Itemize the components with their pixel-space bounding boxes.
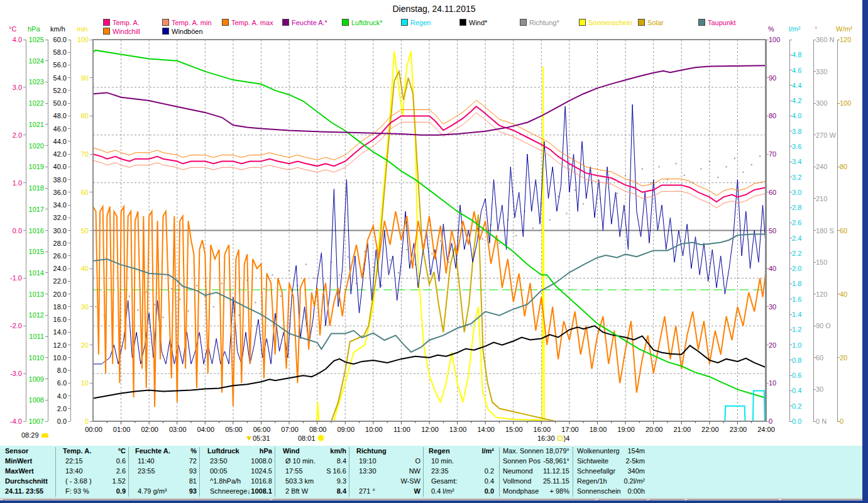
pct-axis-unit: % [768,25,774,33]
table-cell-value: 1008.1 [228,487,272,495]
kmh-tick [68,103,70,104]
table-cell-value: 1008.0 [228,457,272,465]
x-axis-label: 05:00 [223,426,244,433]
legend-item-temp-a-min: Temp. A. min [162,19,212,25]
down-arrow-icon [246,436,251,441]
legend-item-windchill: Windchill [103,28,140,34]
legend-color-box [401,19,408,26]
lm2-axis-label: 4.0 [792,113,801,119]
hPa-tick [45,272,48,273]
table-cell-value: 0.9 [82,487,126,495]
legend-item-taupunkt: Taupunkt [698,19,736,25]
hPa-tick [45,209,48,209]
legend-color-box [638,19,645,26]
table-cell-time: 22:15 [65,457,83,465]
x-axis-label: 22:00 [700,426,721,433]
wm2-axis-label: 120 [840,36,851,43]
x-axis-label: 12:00 [419,426,441,433]
legend-item-label: Temp. A. max [231,19,273,26]
table-column-separator [128,447,129,497]
kmh-tick [68,395,70,396]
sunset-time: 16:30 [537,434,555,442]
min-tick [90,421,92,422]
table-column-separator [499,447,500,497]
extra-value: 0.2l/m² [603,477,645,485]
min-axis-line [92,40,93,421]
lm2-axis-label: 0.6 [792,372,801,379]
hPa-axis-label: 1022 [23,100,44,107]
legend-color-box [698,19,705,26]
kmh-axis-label: 22.0 [45,278,67,285]
hPa-axis-label: 1012 [23,312,44,319]
lm2-axis-label: 1.6 [792,296,801,303]
kmh-axis-label: 32.0 [45,214,67,221]
table-column-separator [55,447,56,497]
sunrise-time: 08:01 [298,434,316,442]
table-cell-time: 13:40 [65,467,83,475]
min-tick [90,154,92,155]
kmh-tick [68,294,70,294]
table-cell-value: NW [376,467,420,475]
kmh-axis-label: 44.0 [45,138,67,145]
hPa-tick [45,336,48,337]
legend-item-wind-: Wind* [459,19,487,25]
min-tick [90,383,92,384]
deg-axis-label: 0 N [816,418,827,425]
legend-color-box [282,19,289,26]
legend-item-label: Richtung* [529,19,559,26]
legend-color-box [162,19,169,26]
legend-color-box [459,19,466,26]
wm2-axis-label: 20 [840,355,847,362]
hPa-axis-label: 1023 [23,79,44,86]
min-axis-label: 0 [67,418,89,425]
kmh-axis-label: 26.0 [45,253,67,260]
hPa-axis-label: 1019 [23,163,44,170]
degC-tick [23,326,26,326]
sunset-marker: 16:30)4 [537,434,569,442]
min-axis-unit: min [77,25,88,33]
min-axis-label: 50 [67,228,89,235]
lm2-axis-line [789,40,790,421]
min-axis-label: 100 [67,36,89,43]
x-axis-label: 10:00 [363,426,385,433]
lm2-axis-label: 1.8 [792,280,801,287]
table-cell-value: 93 [153,467,197,475]
table-col-unit: l/m² [456,447,494,455]
table-cell-value: W [376,487,420,495]
series-temp_a_max [93,100,766,196]
table-cell-time: 19:10 [359,457,376,465]
pale-square-icon [558,436,563,441]
lm2-axis-label: 2.2 [792,250,801,257]
x-axis-label: 07:00 [279,426,300,433]
degC-axis-label: -3.0 [1,370,22,377]
lm2-axis-label: 2.4 [792,235,801,242]
table-row-label: MaxWert [5,467,34,475]
kmh-axis-label: 40.0 [45,163,67,170]
legend-item-sonnenschein: Sonnenschein [579,19,632,25]
table-cell-value: 81 [153,477,197,485]
hPa-axis-label: 1014 [23,270,44,277]
min-axis-label: 30 [67,304,89,311]
kmh-axis-label: 14.0 [45,329,67,336]
pct-axis-label: 60 [769,189,776,196]
pct-axis-label: 30 [769,304,776,311]
hPa-axis-label: 1021 [23,121,44,128]
lm2-axis-label: 1.2 [792,326,801,333]
hPa-axis-label: 1024 [23,58,44,65]
table-cell-time: 10 min. [431,457,454,465]
lm2-axis-label: 0.8 [792,357,801,364]
sensor-table: SensorMinWertMaxWertDurchschnitt24.11. 2… [0,446,862,498]
table-cell-value: S 16.6 [302,467,346,475]
pct-axis-label: 10 [769,380,776,387]
x-axis-label: 09:00 [335,426,356,433]
hPa-tick [45,82,48,82]
legend-color-box [162,28,169,35]
min-tick [90,40,92,40]
kmh-axis-label: 8.0 [45,367,67,374]
legend-item-feuchte-a-: Feuchte A.* [282,19,327,25]
min-axis-label: 20 [67,342,89,349]
deg-axis-label: 150 [816,259,827,266]
table-column-separator [423,447,424,497]
pct-axis-label: 80 [769,113,776,119]
hPa-axis-label: 1020 [23,143,44,150]
